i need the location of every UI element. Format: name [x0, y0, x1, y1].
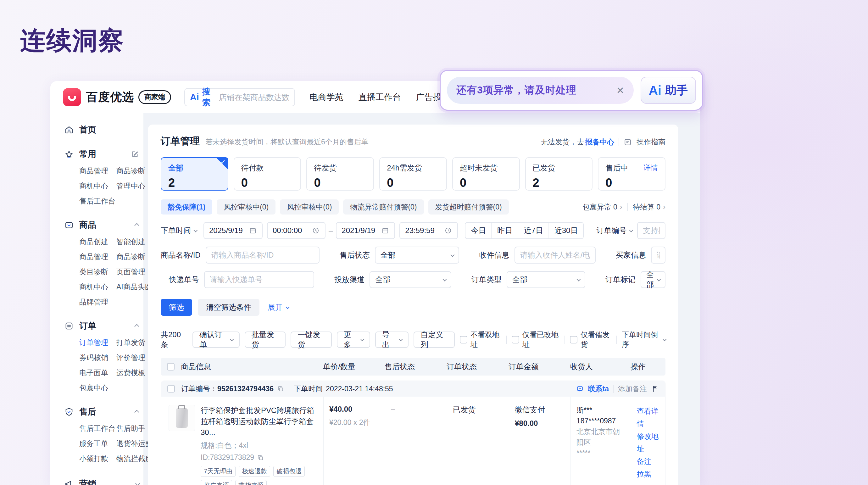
expand-link[interactable]: 展开 [268, 302, 289, 312]
status-card-all[interactable]: 全部 2 [161, 157, 228, 191]
report-center-link[interactable]: 报备中心 [585, 137, 614, 147]
nav-item-academy[interactable]: 电商学苑 [309, 92, 343, 103]
channel-select[interactable]: 全部 [370, 271, 451, 288]
checkbox-only-urged[interactable]: 仅看催发货 [570, 330, 611, 350]
tag-risk-review-2[interactable]: 风控审核中(0) [280, 200, 339, 214]
view-detail-link[interactable]: 查看详情 [637, 405, 661, 430]
sidebar-link[interactable]: 商品管理 [79, 252, 116, 262]
aftersale-status-select[interactable]: 全部 [375, 247, 459, 264]
sidebar-link[interactable]: 售后工作台 [79, 196, 116, 206]
tag-logistics-warning[interactable]: 物流异常赔付预警(0) [343, 200, 424, 214]
pending-settlement-link[interactable]: 待结算 0› [633, 202, 665, 212]
sidebar-link[interactable]: 管理中心 [116, 181, 145, 191]
sidebar-link[interactable]: 品牌管理 [79, 297, 116, 307]
sidebar-link[interactable]: 打单发货 [116, 338, 145, 347]
one-click-ship-button[interactable]: 一键发货 [290, 332, 332, 348]
status-card-aftersale[interactable]: 售后中详情 0 [598, 157, 665, 191]
batch-ship-button[interactable]: 批量发货 [245, 332, 286, 348]
close-icon[interactable]: ✕ [616, 85, 624, 96]
status-card-shipped[interactable]: 已发货 2 [525, 157, 593, 191]
product-name-input[interactable] [206, 247, 319, 264]
sidebar-link[interactable]: 商品诊断 [116, 166, 145, 176]
sidebar-link[interactable]: 电子面单 [79, 368, 116, 378]
filter-button[interactable]: 筛选 [161, 299, 192, 316]
add-note-link[interactable]: 添加备注 [618, 384, 647, 394]
more-button[interactable]: 更多 [337, 332, 370, 348]
checkbox-hide-dual-address[interactable]: 不看双地址 [460, 330, 501, 350]
blacklist-link[interactable]: 拉黑 [637, 468, 661, 480]
aftersale-detail-link[interactable]: 详情 [644, 163, 658, 173]
edit-icon[interactable] [131, 150, 139, 158]
product-title[interactable]: 行李箱保护套批发PVC跨境旅行箱拉杆箱透明运动款防尘罩行李箱套 30... [200, 405, 320, 438]
quick-date-30d[interactable]: 近30日 [549, 223, 583, 238]
quick-date-today[interactable]: 今日 [465, 223, 491, 238]
sidebar-link[interactable]: 售后工作台 [79, 424, 116, 433]
copy-icon[interactable] [257, 454, 264, 461]
search-input[interactable]: Ai 搜索 店铺在架商品数达数量... [184, 88, 295, 106]
edit-address-link[interactable]: 修改地址 [637, 430, 661, 455]
checkbox-only-changed-address[interactable]: 仅看已改地址 [512, 330, 559, 350]
sidebar-link[interactable]: 商品管理 [79, 166, 116, 176]
sidebar-section-marketing[interactable]: 营销 [64, 478, 139, 485]
tag-exempt-guarantee[interactable]: 豁免保障(1) [161, 200, 212, 214]
sidebar-link-order-management[interactable]: 订单管理 [79, 338, 116, 347]
sidebar-section-favorites-header[interactable]: 常用 [64, 148, 139, 160]
quick-date-7d[interactable]: 近7日 [518, 223, 548, 238]
anomaly-alert-pill[interactable]: 还有3项异常，请及时处理 ✕ [447, 77, 634, 104]
buyer-info-input[interactable] [651, 247, 665, 264]
select-all-checkbox[interactable] [167, 363, 175, 370]
quick-date-yesterday[interactable]: 昨日 [491, 223, 518, 238]
checkbox-icon[interactable] [512, 336, 519, 343]
time-end-input[interactable] [399, 222, 458, 239]
sidebar-item-home[interactable]: 首页 [64, 124, 139, 135]
sidebar-link[interactable]: 运费模板 [116, 368, 145, 378]
sidebar-link[interactable]: 评价管理 [116, 353, 145, 363]
status-card-pending-payment[interactable]: 待付款 0 [234, 157, 301, 191]
copy-icon[interactable] [277, 385, 284, 393]
status-card-24h[interactable]: 24h需发货 0 [379, 157, 447, 191]
sidebar-section-orders-header[interactable]: 订单 [64, 320, 139, 332]
order-type-select[interactable]: 全部 [507, 271, 585, 288]
date-end-input[interactable] [336, 222, 395, 239]
order-mark-select[interactable]: 全部 [641, 271, 665, 288]
order-no-label[interactable]: 订单编号 [596, 225, 632, 236]
sidebar-link[interactable]: 类目诊断 [79, 267, 116, 277]
sidebar-link[interactable]: 商机中心 [79, 282, 116, 292]
tracking-no-input[interactable] [204, 271, 314, 288]
customize-columns-button[interactable]: 自定义列 [413, 332, 455, 348]
order-time-label[interactable]: 下单时间 [161, 225, 196, 236]
sidebar-link[interactable]: 包裹中心 [79, 383, 116, 393]
tag-risk-review-1[interactable]: 风控审核中(0) [217, 200, 276, 214]
ai-assistant-button[interactable]: Ai 助手 [641, 77, 696, 104]
time-start-input[interactable] [267, 222, 326, 239]
sidebar-link[interactable]: 小额打款 [79, 454, 116, 464]
sort-order-control[interactable]: 下单时间倒序 [622, 330, 665, 350]
package-anomaly-link[interactable]: 包裹异常 0› [583, 202, 622, 212]
sidebar-link[interactable]: 服务工单 [79, 439, 116, 449]
sidebar-link[interactable]: 券码核销 [79, 353, 116, 363]
row-checkbox[interactable] [167, 385, 175, 393]
checkbox-icon[interactable] [460, 336, 467, 343]
contact-buyer-link[interactable]: 联系ta [588, 384, 609, 394]
clear-filters-button[interactable]: 清空筛选条件 [198, 299, 259, 316]
date-start-input[interactable] [204, 222, 262, 239]
brand-logo-icon[interactable] [63, 88, 81, 106]
amount-value[interactable]: ¥80.00 [515, 419, 538, 429]
sidebar-link[interactable]: 商机中心 [79, 181, 116, 191]
guide-link[interactable]: 操作指南 [637, 137, 665, 147]
product-cell[interactable]: 行李箱保护套批发PVC跨境旅行箱拉杆箱透明运动款防尘罩行李箱套 30... 规格… [161, 397, 323, 485]
confirm-order-button[interactable]: 确认订单 [192, 332, 239, 348]
tag-timeout-warning[interactable]: 发货超时赔付预警(0) [428, 200, 509, 214]
status-card-overdue[interactable]: 超时未发货 0 [452, 157, 520, 191]
checkbox-icon[interactable] [570, 336, 578, 343]
sidebar-link[interactable]: 商品创建 [79, 237, 116, 247]
sidebar-section-aftersale-header[interactable]: 售后 [64, 406, 139, 417]
nav-item-live-studio[interactable]: 直播工作台 [359, 92, 401, 103]
receiver-info-input[interactable] [515, 247, 596, 264]
flag-icon[interactable] [651, 385, 659, 393]
order-no-input[interactable] [637, 222, 665, 239]
note-link[interactable]: 备注 [637, 455, 661, 468]
status-card-to-ship[interactable]: 待发货 0 [306, 157, 374, 191]
export-button[interactable]: 导出 [375, 332, 408, 348]
sidebar-section-goods-header[interactable]: 商品 [64, 219, 139, 231]
